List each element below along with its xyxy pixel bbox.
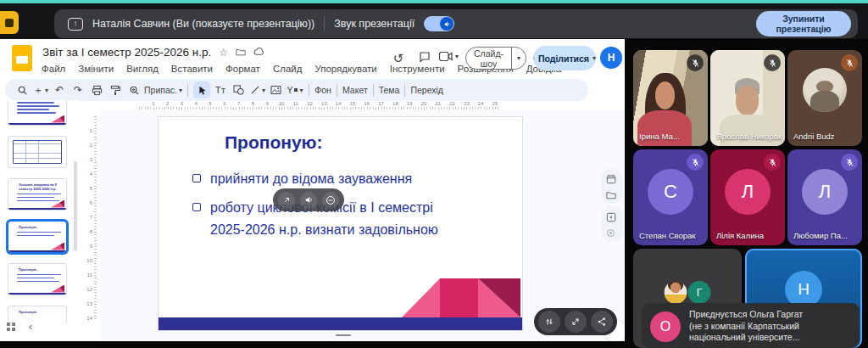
ruler-tick: 20 [421,101,427,106]
chart-tool[interactable]: Y ▾ [287,81,303,98]
slide-thumbnail[interactable]: Пропоную: [8,306,67,323]
slide-bullet[interactable]: прийняти до відома зауваження [192,168,469,190]
meet-call-button[interactable]: ▾ [439,52,459,61]
stop-presentation-button[interactable]: Зупинити презентацію [756,11,851,36]
keep-icon[interactable] [606,188,618,199]
speaker-icon[interactable] [300,192,317,209]
minus-circle-icon[interactable] [322,192,339,209]
participant-tile[interactable]: ЛЛюбомир Па... [787,149,862,245]
ruler-tick: 11 [87,272,92,278]
slideshow-button[interactable]: Слайд-шоу ▾ [465,47,526,70]
print-icon[interactable] [88,81,105,98]
ruler-tick: 12 [86,287,92,292]
share-nodes-icon[interactable] [591,311,613,333]
presentation-sound-label: Звук презентації [334,18,415,30]
select-tool[interactable] [193,81,210,98]
checkbox-bullet-icon [192,174,201,182]
background-button[interactable]: Фон [314,81,331,98]
redo-icon[interactable]: ↷ [70,81,86,98]
ruler-tick: 14 [86,316,92,321]
account-avatar[interactable]: Н [600,47,622,69]
vertical-ruler: 1234567891011121314 [81,110,98,334]
arrow-ne-icon[interactable] [278,192,295,209]
shapes-tool[interactable] [231,81,248,98]
collapse-filmstrip-icon[interactable]: ‹ [29,323,32,331]
menu-Упорядкувати[interactable]: Упорядкувати [314,64,376,74]
speaker-notes-handle[interactable] [336,334,351,336]
screen: ↑ Наталія Савчин (Ви (показуєте презента… [0,0,868,348]
ruler-tick: 7 [237,101,240,106]
calendar-icon[interactable] [606,172,618,184]
slide-thumbnail[interactable]: Пропоную: [8,263,67,295]
undo-icon[interactable]: ↶ [51,81,68,98]
participant-avatar-initial: Л [802,169,848,215]
fit-zoom-select[interactable]: Припас.▾ [144,81,182,98]
side-panel-top [601,168,623,204]
sound-toggle[interactable] [424,16,454,31]
participant-avatar-initial: С [648,169,693,215]
ruler-tick: 4 [90,171,92,177]
slide-thumbnail[interactable]: Пропоную: [8,221,67,253]
cloud-saved-icon[interactable] [253,48,264,58]
current-slide[interactable]: Пропоную: прийняти до відома зауваженняр… [158,116,523,331]
filmstrip-scrollbar[interactable] [74,161,77,251]
image-tool[interactable] [268,81,285,98]
slide-thumbnail[interactable] [8,136,67,168]
menu-Формат[interactable]: Формат [225,64,260,74]
share-options-chevron[interactable]: ▾ [593,54,596,62]
mic-muted-icon [841,54,858,71]
comments-icon[interactable] [416,50,433,67]
grid-view-icon[interactable] [7,323,15,331]
zoom-icon[interactable] [125,81,142,98]
participant-tile[interactable]: Ярослав Никорак [710,50,785,146]
scroll-updown-icon[interactable] [538,311,560,333]
ruler-tick: 25 [492,101,498,106]
search-menus-icon[interactable] [14,81,31,98]
participant-tile[interactable]: Andrii Budz [787,50,862,146]
ruler-tick: 10 [86,258,92,263]
paint-format-icon[interactable] [107,81,124,98]
participant-tile[interactable]: ЛЛілія Калина [710,149,785,245]
ruler-tick: 6 [223,101,225,106]
share-button[interactable]: Поділитися ▾ [533,46,596,70]
menu-Вигляд[interactable]: Вигляд [126,64,159,74]
ruler-tick: 17 [378,101,384,106]
side-panel-bottom [601,206,623,242]
menu-Файл[interactable]: Файл [42,64,65,74]
speaker-icon [440,17,453,31]
transition-button[interactable]: Перехід [410,81,443,98]
ruler-tick: 22 [449,101,455,106]
document-title[interactable]: Звіт за І семестр 2025-2026 н.р. [42,46,211,59]
toast-text: Приєднується Ольга Гаргат (не з компанії… [689,309,803,344]
menu-Слайд[interactable]: Слайд [273,64,303,74]
floating-share-controls [273,188,344,211]
line-tool[interactable]: ▾ [249,81,266,98]
mic-muted-icon [841,154,858,171]
move-folder-icon[interactable] [236,48,246,58]
contacts-icon[interactable] [606,226,618,238]
slide-decoration [402,278,520,317]
slide-title[interactable]: Пропоную: [225,132,323,153]
slide-thumbnail[interactable] [8,100,67,126]
participant-tile[interactable]: ССтепан Сворак [633,149,708,245]
slideshow-options-chevron[interactable]: ▾ [511,48,526,69]
new-slide-button[interactable]: ＋▾ [32,81,49,98]
version-history-icon[interactable]: ↺ [390,50,407,67]
presenter-name: Наталія Савчин (Ви (показуєте презентаці… [92,18,314,30]
joining-toast[interactable]: О Приєднується Ольга Гаргат (не з компан… [642,303,860,348]
star-icon[interactable]: ☆ [219,48,228,58]
fullscreen-expand-icon[interactable] [565,311,587,333]
menu-Змінити[interactable]: Змінити [78,64,114,74]
ruler-tick: 14 [336,101,342,106]
ruler-tick: 9 [266,101,269,106]
theme-button[interactable]: Тема [379,81,400,98]
app-icon[interactable] [0,11,19,34]
camera-icon [439,52,453,61]
textbox-tool[interactable]: Tт [212,81,229,98]
layout-button[interactable]: Макет [342,81,368,98]
participant-tile[interactable]: Ірина Ма... [633,50,708,146]
slide-thumbnail[interactable]: Основні завдання на ІІ семестр 2025-2026… [8,178,67,210]
mic-muted-icon [764,154,781,171]
menu-Вставити[interactable]: Вставити [171,64,213,74]
tasks-icon[interactable] [606,210,618,222]
